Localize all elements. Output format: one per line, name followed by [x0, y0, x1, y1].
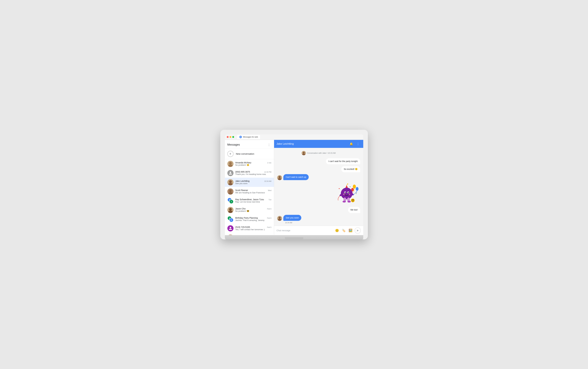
conv-name: (650) 695-3875: [235, 171, 250, 173]
svg-point-22: [347, 183, 348, 184]
conversation-item-amanda[interactable]: Amanda McNary 2 min No problem! 😊: [225, 159, 274, 169]
svg-point-2: [229, 180, 232, 183]
sidebar-menu-button[interactable]: ⋮: [267, 142, 272, 147]
conv-content-phone2: (519) 729-5335 Feb 5 Yes, I will contact…: [235, 226, 272, 231]
message-avatar-jake: [277, 175, 282, 180]
sticker-area: [277, 182, 360, 205]
tab-label: Messages for web: [243, 136, 258, 138]
emoji-icon: 🙂: [335, 229, 339, 232]
conversation-item-phone1[interactable]: (650) 695-3875 12:44 PM Thank you. I'm h…: [225, 169, 274, 178]
image-icon: 🖼️: [349, 229, 353, 232]
avatar-peter: [227, 234, 233, 235]
message-row-1: I can't wait for the party tonight: [277, 158, 360, 164]
new-conversation-button[interactable]: + New conversation: [225, 149, 274, 159]
conversation-item-ray[interactable]: T J Ray Schwerdtner, Jason Tzou Tue Ray:…: [225, 196, 274, 205]
sticker-icon: 🏷️: [342, 229, 346, 232]
new-conv-plus-icon: +: [227, 151, 233, 157]
svg-point-7: [228, 210, 232, 213]
conv-preview: Thank you. I'm heading home now.: [235, 173, 272, 175]
conv-preview: We are heading to San Francisco: [235, 191, 272, 194]
conv-preview: Jacinta: That is amazing, Jeremy: [235, 219, 272, 221]
laptop-base: [225, 235, 363, 239]
avatar-phone1: [227, 170, 233, 176]
conv-preview: No problem! 😊: [235, 164, 272, 166]
svg-point-40: [343, 201, 346, 202]
conv-name: Jake Leichtling: [235, 180, 250, 182]
sidebar-title: Messages: [227, 143, 240, 146]
conv-time: Feb 5: [267, 226, 271, 228]
svg-point-16: [356, 187, 358, 191]
chat-area: Jake Leichtling 🔔 ⋮: [274, 140, 363, 235]
svg-point-4: [229, 189, 232, 192]
conv-info-text: Conversation with Jake • 10:15 AM: [307, 152, 336, 154]
svg-point-42: [351, 199, 355, 202]
svg-point-6: [229, 208, 232, 211]
browser-toolbar: M Messages for web: [225, 134, 363, 140]
chat-message-input[interactable]: [277, 229, 333, 232]
message-bubble: So excited! 🙂: [341, 166, 360, 172]
close-button[interactable]: [227, 136, 229, 138]
avatar-birthday-group: J A: [227, 216, 233, 222]
send-button[interactable]: ➤: [355, 227, 361, 234]
svg-point-5: [228, 192, 232, 195]
sticker-button[interactable]: 🏷️: [341, 228, 347, 233]
chat-contact-name: Jake Leichtling: [277, 142, 294, 145]
svg-point-49: [278, 219, 282, 221]
conv-name: Jason Cho: [235, 208, 246, 210]
chat-menu-button[interactable]: ⋮: [355, 141, 361, 147]
svg-point-32: [345, 192, 346, 193]
message-bubble: I can't wait for the party tonight: [326, 158, 360, 164]
avatar-phone2: [227, 225, 233, 231]
message-row-5: Me too!: [277, 207, 360, 213]
conv-info-avatar: [302, 151, 306, 155]
minimize-button[interactable]: [230, 136, 231, 138]
party-monster-sticker: [334, 182, 359, 205]
svg-point-1: [228, 164, 232, 167]
svg-point-12: [279, 176, 281, 178]
svg-point-43: [352, 199, 353, 200]
svg-point-10: [303, 152, 305, 154]
conv-name: Amanda McNary: [235, 161, 251, 164]
browser-tab[interactable]: M Messages for web: [237, 135, 260, 139]
app-container: Messages ⋮ + New conversation: [225, 140, 363, 235]
conv-preview: See you soon: [235, 182, 272, 185]
conv-name: Birthday Party Planning: [235, 217, 258, 219]
conversation-item-scott[interactable]: Scott Fleener Wed We are heading to San …: [225, 187, 274, 196]
svg-point-48: [279, 217, 281, 219]
svg-point-11: [302, 154, 305, 155]
conversation-item-jason[interactable]: Jason Cho Feb 6 No problem! 😎: [225, 205, 274, 215]
messages-favicon: M: [239, 136, 242, 138]
conversation-list: Amanda McNary 2 min No problem! 😊: [225, 159, 274, 235]
conv-preview: No problem! 😎: [235, 210, 272, 212]
sidebar: Messages ⋮ + New conversation: [225, 140, 274, 235]
notifications-button[interactable]: 🔔: [348, 141, 354, 147]
svg-point-34: [343, 193, 345, 195]
svg-line-21: [347, 184, 347, 185]
conv-content-ray: Ray Schwerdtner, Jason Tzou Tue Ray: Let…: [235, 198, 272, 203]
conv-time: 10:34 AM: [264, 180, 271, 182]
message-row-2: So excited! 🙂: [277, 166, 360, 172]
message-row-6: See you soon: [277, 215, 302, 221]
avatar-jason: [227, 207, 233, 213]
conv-time: Feb 6: [267, 208, 271, 210]
emoji-button[interactable]: 🙂: [334, 228, 340, 233]
svg-point-13: [278, 178, 282, 180]
conversation-item-peter[interactable]: Peter Paik Jan 20 I am available tomorro…: [225, 233, 274, 235]
svg-point-3: [228, 183, 232, 185]
conv-content-phone1: (650) 695-3875 12:44 PM Thank you. I'm h…: [235, 171, 272, 175]
chat-header-icons: 🔔 ⋮: [348, 141, 361, 147]
message-time: 10:34 AM: [285, 222, 292, 224]
svg-point-33: [348, 192, 349, 193]
laptop-notch: [285, 237, 303, 239]
conv-content-scott: Scott Fleener Wed We are heading to San …: [235, 189, 272, 194]
image-button[interactable]: 🖼️: [348, 228, 353, 233]
avatar-ray-group: T J: [227, 198, 233, 204]
conversation-item-birthday[interactable]: J A Birthday Party Planning Feb 6 Jacint…: [225, 215, 274, 224]
conv-content-birthday: Birthday Party Planning Feb 6 Jacinta: T…: [235, 217, 272, 221]
avatar-jake: [227, 179, 233, 185]
maximize-button[interactable]: [232, 136, 234, 138]
svg-point-23: [341, 188, 353, 199]
conversation-item-phone2[interactable]: (519) 729-5335 Feb 5 Yes, I will contact…: [225, 224, 274, 233]
more-vert-icon: ⋮: [268, 143, 270, 147]
conversation-item-jake[interactable]: Jake Leichtling 10:34 AM See you soon: [225, 178, 274, 187]
